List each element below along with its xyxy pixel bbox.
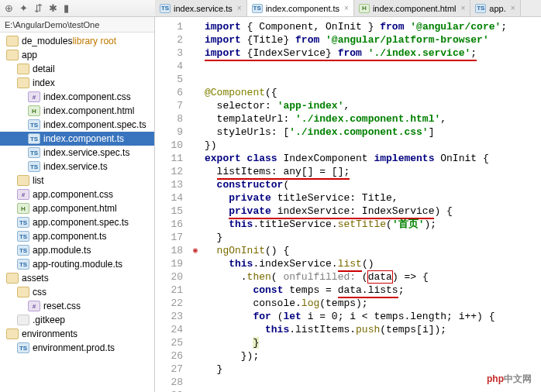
- code-line[interactable]: this.titleService.setTitle('首页');: [205, 218, 541, 231]
- toolbar-icon[interactable]: ▮: [64, 2, 69, 14]
- code-line[interactable]: styleUrls: ['./index.component.css']: [205, 126, 541, 139]
- tree-item-label: app: [22, 50, 37, 60]
- ts-icon: TS: [17, 259, 29, 270]
- tree-item-label: de_modules: [22, 36, 72, 46]
- code-line[interactable]: }: [205, 231, 541, 244]
- code-line[interactable]: @Component({: [205, 86, 541, 99]
- tree-item[interactable]: Happ.component.html: [0, 201, 154, 215]
- file-icon: TS: [252, 4, 263, 13]
- generic-icon: [17, 315, 29, 325]
- code-line[interactable]: import {IndexService} from './index.serv…: [205, 46, 541, 60]
- tree-item[interactable]: css: [0, 285, 154, 299]
- tree-item[interactable]: TSindex.service.spec.ts: [0, 146, 154, 160]
- folder-icon: [6, 36, 19, 46]
- tree-item[interactable]: list: [0, 174, 154, 187]
- code-line[interactable]: export class IndexComponent implements O…: [205, 152, 541, 165]
- tree-item[interactable]: app: [0, 48, 154, 62]
- close-icon[interactable]: ×: [344, 4, 349, 12]
- code-line[interactable]: this.listItems.push(temps[i]);: [205, 323, 541, 336]
- code-line[interactable]: console.log(temps);: [205, 297, 541, 310]
- folder-icon: [6, 273, 19, 284]
- ts-icon: TS: [28, 161, 40, 172]
- tab-label: app.: [489, 4, 505, 13]
- editor-tab[interactable]: TSindex.component.ts×: [247, 0, 354, 16]
- code-line[interactable]: templateUrl: './index.component.html',: [205, 112, 541, 126]
- code-line[interactable]: }): [205, 139, 541, 152]
- tree-item-label: environments: [22, 328, 78, 339]
- code-line[interactable]: [205, 60, 541, 73]
- code-line[interactable]: for (let i = 0; i < temps.length; i++) {: [205, 310, 541, 323]
- code-line[interactable]: private indexService: IndexService) {: [205, 205, 541, 218]
- tree-item[interactable]: environments: [0, 327, 154, 341]
- editor-tab[interactable]: TSindex.service.ts×: [155, 0, 247, 16]
- code-line[interactable]: const temps = data.lists;: [205, 284, 541, 297]
- close-icon[interactable]: ×: [461, 4, 466, 12]
- code-line[interactable]: private titleService: Title,: [205, 191, 541, 205]
- code-line[interactable]: import {Title} from '@angular/platform-b…: [205, 33, 541, 46]
- sidebar-toolbar: ⊕ ✦ ⇵ ✱ ▮: [0, 0, 155, 17]
- tree-item[interactable]: de_modules library root: [0, 34, 154, 48]
- tree-item-label: .gitkeep: [33, 315, 65, 325]
- folder-icon: [17, 287, 29, 297]
- ts-icon: TS: [28, 119, 40, 130]
- code-line[interactable]: [205, 389, 541, 392]
- code-line[interactable]: });: [205, 349, 541, 363]
- tree-item-label: index.component.css: [43, 91, 131, 102]
- breadcrumb[interactable]: E:\AngularDemo\testOne: [0, 17, 154, 33]
- tree-item-label: css: [33, 287, 47, 297]
- tree-item[interactable]: TSapp.component.ts: [0, 229, 154, 243]
- code-line[interactable]: .then( onfulfilled: (data) => {: [205, 270, 541, 284]
- css-icon: #: [17, 189, 29, 200]
- tree-item[interactable]: TSapp-routing.module.ts: [0, 257, 154, 271]
- close-icon[interactable]: ×: [511, 4, 515, 12]
- close-icon[interactable]: ×: [237, 4, 242, 12]
- ts-icon: TS: [28, 133, 40, 144]
- code-line[interactable]: listItems: any[] = [];: [205, 165, 541, 178]
- code-line[interactable]: }: [205, 336, 541, 349]
- code-editor[interactable]: 1234567891011121314151617181920212223242…: [155, 17, 541, 392]
- code-line[interactable]: this.indexService.list(): [205, 257, 541, 270]
- tree-item[interactable]: #reset.css: [0, 299, 154, 313]
- tree-item[interactable]: Hindex.component.html: [0, 104, 154, 118]
- toolbar-icon[interactable]: ✱: [49, 2, 57, 14]
- project-sidebar: E:\AngularDemo\testOne de_modules librar…: [0, 17, 155, 392]
- tree-item[interactable]: #app.component.css: [0, 187, 154, 201]
- tab-label: index.service.ts: [174, 4, 233, 13]
- tree-item[interactable]: detail: [0, 62, 154, 76]
- tree-item-label: assets: [22, 273, 49, 284]
- code-area[interactable]: import { Component, OnInit } from '@angu…: [202, 17, 541, 392]
- editor-tab[interactable]: Hindex.component.html×: [354, 0, 470, 16]
- tree-item-label: list: [33, 175, 44, 186]
- folder-icon: [6, 328, 19, 339]
- tree-item-label: detail: [33, 64, 55, 74]
- tree-item[interactable]: TSindex.component.spec.ts: [0, 118, 154, 132]
- tree-item[interactable]: .gitkeep: [0, 313, 154, 327]
- tree-item-label: app.component.html: [33, 203, 117, 214]
- toolbar-icon[interactable]: ⇵: [34, 2, 43, 14]
- file-icon: TS: [475, 4, 486, 13]
- tree-item[interactable]: TSenvironment.prod.ts: [0, 341, 154, 355]
- tree-item-label: app.component.ts: [33, 231, 106, 242]
- tree-item[interactable]: TSapp.component.spec.ts: [0, 215, 154, 229]
- tree-item[interactable]: TSapp.module.ts: [0, 243, 154, 257]
- tab-label: index.component.ts: [266, 4, 339, 13]
- code-line[interactable]: import { Component, OnInit } from '@angu…: [205, 20, 541, 33]
- code-line[interactable]: selector: 'app-index',: [205, 99, 541, 112]
- tree-item[interactable]: TSindex.component.ts: [0, 132, 154, 146]
- tree-item[interactable]: assets: [0, 271, 154, 285]
- editor-tab[interactable]: TSapp.×: [470, 0, 520, 16]
- project-tree: de_modules library rootappdetailindex#in…: [0, 33, 154, 355]
- tree-item-label: environment.prod.ts: [33, 342, 115, 353]
- file-icon: H: [359, 4, 370, 13]
- toolbar-icon[interactable]: ✦: [19, 2, 28, 14]
- tree-item[interactable]: #index.component.css: [0, 90, 154, 104]
- toolbar-icon[interactable]: ⊕: [5, 2, 13, 14]
- gutter-marks: ◉: [189, 17, 202, 392]
- code-line[interactable]: constructor(: [205, 178, 541, 191]
- html-icon: H: [28, 105, 40, 116]
- tree-item[interactable]: TSindex.service.ts: [0, 160, 154, 174]
- tree-item-label: app-routing.module.ts: [33, 259, 122, 270]
- code-line[interactable]: [205, 73, 541, 86]
- code-line[interactable]: ngOnInit() {: [205, 244, 541, 257]
- tree-item[interactable]: index: [0, 76, 154, 90]
